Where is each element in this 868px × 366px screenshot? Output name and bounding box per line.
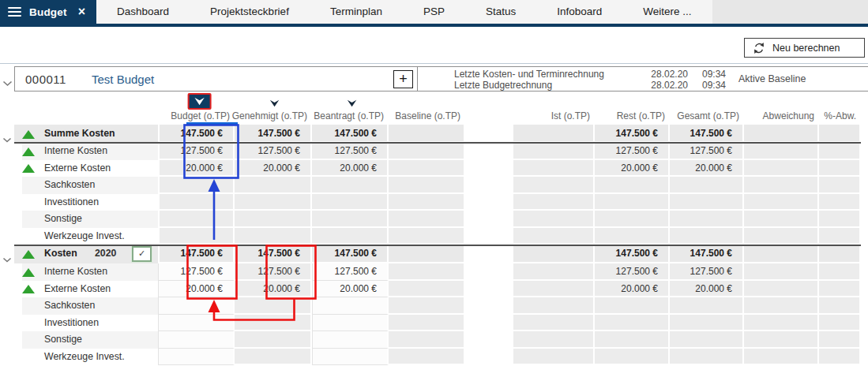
row-margin xyxy=(861,349,868,366)
cell-genehmigt: 147.500 € xyxy=(235,125,312,143)
row-collapse-chevron-icon[interactable] xyxy=(2,131,12,144)
cell-abweichung xyxy=(744,315,819,332)
cell-pabw xyxy=(819,125,861,143)
cell-pabw xyxy=(819,263,861,281)
column-header-beantragt: Beantragt (o.TP) xyxy=(312,92,389,125)
cell-beantragt[interactable] xyxy=(312,331,389,349)
filter-icon-genehmigt[interactable] xyxy=(269,99,280,110)
active-filter-icon[interactable] xyxy=(187,93,211,110)
last-cost-calculation-row: Letzte Kosten- und Terminrechnung 28.02.… xyxy=(454,69,604,80)
column-gap xyxy=(465,125,513,143)
column-gap xyxy=(465,160,513,177)
tab-terminplan[interactable]: Terminplan xyxy=(310,0,403,24)
refresh-icon xyxy=(753,42,765,54)
project-number: 000011 xyxy=(25,73,66,86)
last-cost-calculation-time: 09:34 xyxy=(696,69,726,80)
cell-baseline xyxy=(389,160,465,177)
cell-beantragt[interactable] xyxy=(312,315,389,332)
cell-budget[interactable] xyxy=(158,331,235,349)
cell-pabw xyxy=(819,177,861,194)
cell-ist xyxy=(513,315,595,332)
cell-abweichung xyxy=(744,281,819,298)
group-separator-line xyxy=(14,245,861,246)
row-margin xyxy=(861,281,868,298)
row-margin xyxy=(861,263,868,281)
row-label-cell: Sachkosten xyxy=(0,177,158,194)
baseline-checkbox[interactable]: ✓ xyxy=(132,246,152,262)
cell-budget[interactable]: 127.500 € xyxy=(158,263,235,281)
active-tab-label: Budget xyxy=(29,6,67,18)
cell-baseline xyxy=(389,331,465,349)
column-header-label: Genehmigt (o.TP) xyxy=(232,110,307,121)
recalculate-label: Neu berechnen xyxy=(772,43,840,54)
cell-genehmigt: 147.500 € xyxy=(235,245,312,263)
tab-dashboard[interactable]: Dashboard xyxy=(96,0,190,24)
row-label: Sonstige xyxy=(44,211,82,227)
row-label-cell: Investitionen xyxy=(0,315,158,332)
table-row-sachkosten: Sachkosten xyxy=(0,297,868,315)
cell-gesamt xyxy=(670,177,744,194)
column-gap xyxy=(465,194,513,211)
cell-rest: 127.500 € xyxy=(595,143,670,160)
add-button[interactable]: + xyxy=(393,70,413,88)
column-gap xyxy=(465,349,513,366)
cell-budget[interactable] xyxy=(158,315,235,332)
row-margin xyxy=(861,331,868,349)
row-label-cell: Sonstige xyxy=(0,331,158,349)
row-label-cell: Werkzeuge Invest. xyxy=(0,228,158,245)
close-tab-icon[interactable]: × xyxy=(78,6,85,18)
row-label: Summe Kosten xyxy=(44,125,115,142)
recalculate-button[interactable]: Neu berechnen xyxy=(744,38,865,58)
cell-budget xyxy=(158,177,235,194)
row-label: Externe Kosten xyxy=(44,160,111,177)
column-gap xyxy=(465,281,513,298)
cell-budget[interactable] xyxy=(158,349,235,366)
column-header-margin xyxy=(861,92,868,125)
cell-abweichung xyxy=(744,177,819,194)
cell-beantragt[interactable]: 127.500 € xyxy=(312,263,389,281)
budget-table: Summe Kosten147.500 €147.500 €147.500 €1… xyxy=(0,125,868,365)
row-label: Externe Kosten xyxy=(44,281,111,297)
cell-rest xyxy=(595,211,670,228)
column-header-label: Gesamt (o.TP) xyxy=(677,110,739,121)
row-label-cell[interactable]: Summe Kosten xyxy=(0,125,158,143)
column-header-ist: Ist (o.TP) xyxy=(513,92,595,125)
cell-budget[interactable]: 20.000 € xyxy=(158,281,235,298)
cell-gesamt xyxy=(670,331,744,349)
row-label: Kosten xyxy=(44,245,77,263)
cell-beantragt xyxy=(312,194,389,211)
cell-budget[interactable] xyxy=(158,297,235,315)
row-label-cell: Werkzeuge Invest. xyxy=(0,349,158,366)
cell-beantragt[interactable]: 20.000 € xyxy=(312,281,389,298)
row-label-cell[interactable]: Kosten2020✓ xyxy=(0,245,158,263)
row-collapse-chevron-icon[interactable] xyxy=(2,251,12,263)
filter-icon-budget[interactable] xyxy=(187,93,211,110)
tab-infoboard[interactable]: Infoboard xyxy=(536,0,622,24)
table-row-investitionen: Investitionen xyxy=(0,315,868,332)
row-label-cell: Interne Kosten xyxy=(0,263,158,281)
tab-psp[interactable]: PSP xyxy=(403,0,465,24)
cell-abweichung xyxy=(744,331,819,349)
cell-budget xyxy=(158,194,235,211)
filter-icon-beantragt[interactable] xyxy=(347,99,357,110)
table-row-werkzeuge-invest: Werkzeuge Invest. xyxy=(0,228,868,245)
tab-projektsteckbrief[interactable]: Projektsteckbrief xyxy=(190,0,310,24)
project-collapse-chevron-icon[interactable] xyxy=(2,76,13,90)
cell-beantragt[interactable] xyxy=(312,349,389,366)
tab-weitere[interactable]: Weitere ... xyxy=(622,0,712,24)
hamburger-icon[interactable] xyxy=(8,7,21,17)
divider xyxy=(417,67,418,91)
row-background xyxy=(22,331,158,349)
cell-abweichung xyxy=(744,194,819,211)
cell-pabw xyxy=(819,211,861,228)
cell-beantragt[interactable] xyxy=(312,297,389,315)
cell-ist xyxy=(513,211,595,228)
tab-status[interactable]: Status xyxy=(465,0,536,24)
column-gap xyxy=(465,331,513,349)
tab-budget-active[interactable]: Budget × xyxy=(0,0,96,24)
table-row-sonstige: Sonstige xyxy=(0,331,868,349)
cell-genehmigt: 127.500 € xyxy=(235,143,312,160)
row-margin xyxy=(861,177,868,194)
trend-up-icon xyxy=(22,164,35,173)
project-name: Test Budget xyxy=(92,73,154,86)
